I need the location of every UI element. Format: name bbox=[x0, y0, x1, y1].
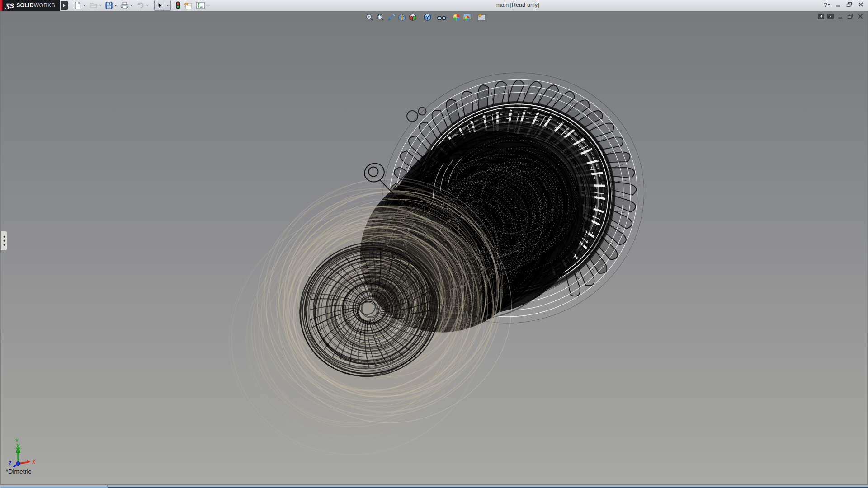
undo-button[interactable] bbox=[136, 0, 149, 10]
rebuild-button[interactable] bbox=[175, 0, 181, 10]
view-orientation-label: *Dimetric bbox=[6, 468, 32, 475]
view-settings-button[interactable] bbox=[476, 13, 486, 22]
view-orientation-button[interactable] bbox=[408, 13, 418, 22]
appearance-ball-icon bbox=[452, 13, 461, 22]
minimize-button[interactable] bbox=[835, 1, 842, 8]
graphics-viewport[interactable] bbox=[0, 11, 868, 484]
edit-appearance-button[interactable] bbox=[451, 13, 461, 22]
section-view-button[interactable] bbox=[397, 13, 407, 22]
close-button[interactable] bbox=[857, 1, 864, 8]
triangle-right-icon bbox=[830, 15, 831, 18]
expand-right-panel-button[interactable] bbox=[827, 14, 834, 19]
new-document-icon bbox=[74, 1, 82, 9]
print-icon bbox=[120, 1, 129, 9]
dropdown-arrow-icon bbox=[828, 4, 830, 5]
document-window-controls bbox=[818, 13, 863, 19]
triad-z-label: Z bbox=[9, 461, 11, 466]
open-button[interactable] bbox=[89, 0, 102, 10]
dropdown-arrow-icon[interactable] bbox=[130, 5, 133, 6]
save-button[interactable] bbox=[105, 0, 117, 10]
triad-y-label: Y bbox=[15, 438, 19, 443]
new-document-button[interactable] bbox=[74, 0, 86, 10]
zoom-to-area-icon bbox=[376, 13, 385, 22]
comment-button[interactable] bbox=[184, 0, 193, 10]
apply-scene-icon bbox=[462, 13, 472, 22]
restore-button[interactable] bbox=[846, 1, 853, 8]
window-controls: ? bbox=[824, 1, 864, 8]
status-bar-sliver bbox=[0, 484, 868, 488]
title-bar: ƷS SOLIDWORKS bbox=[0, 0, 868, 11]
zoom-to-fit-button[interactable] bbox=[364, 13, 374, 22]
previous-view-button[interactable] bbox=[386, 13, 396, 22]
dropdown-arrow-icon[interactable] bbox=[146, 5, 149, 6]
comment-note-icon bbox=[184, 1, 193, 9]
chevron-right-icon bbox=[63, 4, 66, 7]
menu-expand-button[interactable] bbox=[61, 1, 68, 10]
zoom-to-area-button[interactable] bbox=[375, 13, 385, 22]
help-button[interactable]: ? bbox=[824, 1, 830, 8]
display-style-button[interactable] bbox=[422, 13, 432, 22]
print-button[interactable] bbox=[120, 0, 133, 10]
dropdown-arrow-icon[interactable] bbox=[83, 5, 86, 6]
apply-scene-button[interactable] bbox=[462, 13, 472, 22]
eyeglasses-icon bbox=[437, 14, 447, 22]
main-toolbar bbox=[71, 0, 209, 11]
triad-z-axis bbox=[13, 462, 20, 468]
previous-view-icon bbox=[387, 13, 396, 22]
restore-document-button[interactable] bbox=[847, 13, 854, 19]
select-cursor-icon bbox=[156, 2, 163, 9]
logo-word-bold: SOLID bbox=[16, 2, 34, 9]
close-document-button[interactable] bbox=[857, 13, 863, 19]
dropdown-arrow-icon[interactable] bbox=[99, 5, 102, 6]
logo-mark-icon: ƷS bbox=[5, 2, 14, 9]
triangle-left-icon bbox=[3, 239, 5, 242]
hide-show-items-button[interactable] bbox=[437, 13, 447, 22]
dropdown-arrow-icon[interactable] bbox=[114, 5, 117, 6]
open-folder-icon bbox=[89, 1, 98, 9]
reference-triad: Y X Z bbox=[6, 432, 42, 467]
triad-x-label: X bbox=[32, 460, 35, 465]
options-checklist-button[interactable] bbox=[195, 0, 209, 10]
help-icon: ? bbox=[824, 1, 827, 8]
select-tool-button[interactable] bbox=[154, 0, 171, 11]
status-divider bbox=[107, 485, 108, 488]
collapse-left-panel-button[interactable] bbox=[818, 14, 824, 19]
viewport-top-strip bbox=[0, 11, 868, 22]
save-floppy-icon bbox=[105, 1, 113, 9]
feature-tree-collapse-tab[interactable] bbox=[1, 231, 7, 251]
checklist-icon bbox=[195, 1, 205, 9]
display-style-icon bbox=[423, 13, 432, 22]
section-view-icon bbox=[397, 13, 406, 22]
window-title: main [Read-only] bbox=[496, 2, 539, 8]
minimize-document-button[interactable] bbox=[837, 13, 844, 19]
headsup-view-toolbar bbox=[364, 13, 487, 22]
triad-y-axis bbox=[16, 444, 20, 464]
undo-arrow-icon bbox=[136, 1, 145, 9]
select-tool-dropdown[interactable] bbox=[165, 0, 170, 10]
traffic-light-icon bbox=[175, 1, 181, 9]
view-settings-icon bbox=[477, 14, 486, 22]
triangle-left-icon bbox=[3, 244, 5, 246]
zoom-to-fit-icon bbox=[365, 13, 374, 22]
triangle-left-icon bbox=[3, 235, 5, 238]
solidworks-logo: ƷS SOLIDWORKS bbox=[2, 0, 60, 11]
triangle-left-icon bbox=[820, 15, 822, 18]
logo-word-light: WORKS bbox=[34, 2, 55, 9]
view-orientation-icon bbox=[408, 13, 417, 22]
window-left-edge bbox=[0, 11, 1, 484]
solidworks-window: { "window": { "title": "main [Read-only]… bbox=[0, 0, 868, 488]
dropdown-arrow-icon[interactable] bbox=[207, 5, 209, 6]
